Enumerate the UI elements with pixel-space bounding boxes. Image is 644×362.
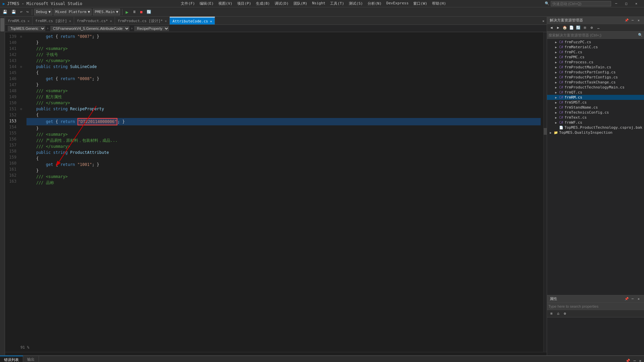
tree-item-frmrm[interactable]: ▶ C# frmRM.cs — [547, 95, 644, 100]
menu-debug[interactable]: 调试(D) — [273, 0, 291, 7]
sol-props[interactable]: ⚙ — [589, 25, 595, 31]
tree-item-frmproductpartconfig[interactable]: ▶ C# frmProductPartConfig.cs — [547, 70, 644, 75]
menu-devexpress[interactable]: DevExpress — [384, 0, 411, 7]
tab-frm-product-cs[interactable]: frmProduct.cs* ✕ — [74, 17, 115, 25]
solution-search-input[interactable] — [548, 33, 638, 37]
sol-home[interactable]: 🏠 — [562, 25, 568, 31]
tab-attribute-code[interactable]: AttributeCode.cs ✕ — [170, 17, 215, 25]
tree-item-frmprocess[interactable]: ▶ C# frmProcess.cs — [547, 60, 644, 65]
chevron-icon: ▶ — [555, 66, 559, 69]
menu-team[interactable]: 团队(M) — [291, 0, 310, 7]
tree-item-frmtechnicsconfig[interactable]: ▶ C# frmTechnicsConfig.cs — [547, 110, 644, 115]
cs-file-icon: C# — [559, 65, 564, 69]
props-close-button[interactable]: ✕ — [636, 296, 641, 302]
props-pin-button[interactable]: 📌 — [624, 296, 629, 302]
menu-build[interactable]: 生成(B) — [254, 0, 272, 7]
code-editor[interactable]: ⊟ ⊟ ⊟ get { return "0007"; } — [19, 32, 543, 352]
sol-nav-forward[interactable]: ▶ — [555, 25, 561, 31]
tab-output[interactable]: 输出 — [23, 356, 39, 362]
tree-item-frmwf[interactable]: ▶ C# frmWF.cs — [547, 120, 644, 125]
platform-dropdown[interactable]: Mixed Platform ▼ — [54, 9, 92, 15]
class-dropdown[interactable]: CSFrameworkV4_5.Generic.AttributeCode — [50, 26, 129, 31]
close-button[interactable]: ✕ — [631, 0, 641, 7]
platform-label: Mixed Platform — [55, 10, 87, 14]
bottom-panel-close[interactable]: ✕ — [638, 359, 643, 362]
tab-close-icon[interactable]: ✕ — [69, 19, 71, 23]
sol-more[interactable]: … — [595, 25, 601, 31]
tree-item-frmproductmaintain[interactable]: ▶ C# frmProductMainTain.cs — [547, 65, 644, 70]
vertical-scrollbar[interactable] — [543, 32, 547, 352]
tree-item-frmtext[interactable]: ▶ C# frmText.cs — [547, 115, 644, 120]
tree-item-frmproducttechnologymain[interactable]: ▶ C# frmProductTechnologyMain.cs — [547, 85, 644, 90]
project-dropdown[interactable]: PMES.Main ▼ — [93, 9, 120, 15]
menu-tools[interactable]: 工具(T) — [328, 0, 346, 7]
debug-config-dropdown[interactable]: Debug ▼ — [34, 9, 52, 15]
menu-view[interactable]: 视图(V) — [216, 0, 234, 7]
member-dropdown[interactable]: RecipeProperty — [134, 26, 169, 31]
restart-button[interactable]: 🔄 — [145, 9, 153, 15]
tree-item-frmmaterialc[interactable]: ▶ C# frmMaterialC.cs — [547, 45, 644, 50]
minimize-panel-button[interactable]: ─ — [630, 18, 635, 23]
play-button[interactable]: ▶ — [124, 9, 130, 15]
tree-item-csproj-bak[interactable]: 📄 TopMES.ProductTechnology.csproj.bak — [547, 125, 644, 130]
expand-icon[interactable]: ⊟ — [19, 34, 23, 40]
tab-close-icon[interactable]: ✕ — [165, 19, 167, 23]
props-settings-button[interactable]: ⚙ — [562, 311, 568, 317]
save-button[interactable]: 💾 — [1, 9, 9, 15]
redo-button[interactable]: ↪ — [25, 9, 30, 15]
properties-search-input[interactable] — [548, 304, 643, 308]
line-num: 140 — [5, 40, 16, 46]
expand-icon[interactable]: ⊟ — [19, 106, 23, 112]
quick-launch-input[interactable] — [551, 1, 611, 6]
tree-item-frmqt[interactable]: ▶ C# frmQT.cs — [547, 90, 644, 95]
horizontal-scrollbar[interactable] — [5, 352, 547, 355]
menu-file[interactable]: 文件(F) — [179, 0, 197, 7]
tab-frm-product-design[interactable]: frmProduct.cs [设计]* ✕ — [115, 17, 170, 25]
tree-item-frmsmst[interactable]: ▶ C# frmSMST.cs — [547, 100, 644, 105]
bottom-panel-pin[interactable]: 📌 — [624, 359, 632, 362]
props-cat-button[interactable]: ≡ — [548, 311, 554, 317]
chevron-down-icon: ▼ — [48, 10, 51, 14]
sol-collapse[interactable]: ⊟ — [582, 25, 588, 31]
close-panel-button[interactable]: ✕ — [636, 18, 641, 23]
menu-edit[interactable]: 编辑(E) — [198, 0, 216, 7]
pause-button[interactable]: ⏸ — [131, 9, 138, 15]
stop-button[interactable]: ■ — [139, 9, 144, 15]
tree-item-frmproductpartconfigs[interactable]: ▶ C# frmProductPartConfigs.cs — [547, 75, 644, 80]
tree-item-quality-inspection[interactable]: ▶ 📁 TopMES.QualityInspection — [547, 130, 644, 135]
tab-close-icon[interactable]: ✕ — [210, 19, 212, 23]
undo-button[interactable]: ↩ — [19, 9, 24, 15]
sol-show-all[interactable]: 📄 — [569, 25, 575, 31]
menu-analyze[interactable]: 分析(N) — [366, 0, 384, 7]
menu-nsight[interactable]: Nsight — [310, 0, 327, 7]
sol-nav-back[interactable]: ◀ — [548, 25, 554, 31]
gutter-icon-1[interactable] — [0, 18, 4, 32]
sol-refresh[interactable]: 🔄 — [575, 25, 581, 31]
code-scroll-area[interactable]: 139 140 141 142 143 144 145 146 147 148 … — [5, 32, 547, 352]
close-editor-button[interactable]: ✕ — [540, 17, 547, 25]
tree-item-frmproducttaskchange[interactable]: ▶ C# frmProductTaskChange.cs — [547, 80, 644, 85]
tab-close-icon[interactable]: ✕ — [110, 19, 112, 23]
minimize-button[interactable]: ─ — [611, 0, 621, 7]
pin-button[interactable]: 📌 — [624, 18, 629, 23]
menu-window[interactable]: 窗口(W) — [411, 0, 429, 7]
tree-item-frmpc[interactable]: ▶ C# frmPC.cs — [547, 50, 644, 55]
maximize-button[interactable]: □ — [621, 0, 631, 7]
tab-close-icon[interactable]: ✕ — [28, 19, 30, 23]
menu-test[interactable]: 测试(S) — [347, 0, 365, 7]
tree-item-frmpmc[interactable]: ▶ C# frmPMC.cs — [547, 55, 644, 60]
chevron-icon: ▶ — [555, 41, 559, 44]
tab-frm-rm-design[interactable]: frmRM.cs [设计] ✕ — [33, 17, 74, 25]
save-all-button[interactable]: 💾 — [10, 9, 17, 15]
props-minimize-button[interactable]: ─ — [630, 296, 635, 302]
bottom-panel-minimize[interactable]: ─ — [632, 359, 637, 362]
menu-help[interactable]: 帮助(H) — [430, 0, 448, 7]
tab-frm-rm-cs[interactable]: frmRM.cs ✕ — [5, 17, 33, 25]
expand-icon[interactable]: ⊟ — [19, 64, 23, 70]
props-alpha-button[interactable]: ⌂ — [555, 311, 561, 317]
tree-item-frmfuzzpc[interactable]: ▶ C# frmFuzzPC.cs — [547, 40, 644, 45]
tree-item-frmstandname[interactable]: ▶ C# frmStandName.cs — [547, 105, 644, 110]
namespace-dropdown[interactable]: TopMES.Generic — [8, 26, 45, 31]
tab-error-list[interactable]: 错误列表 — [0, 356, 23, 362]
menu-project[interactable]: 项目(P) — [235, 0, 253, 7]
